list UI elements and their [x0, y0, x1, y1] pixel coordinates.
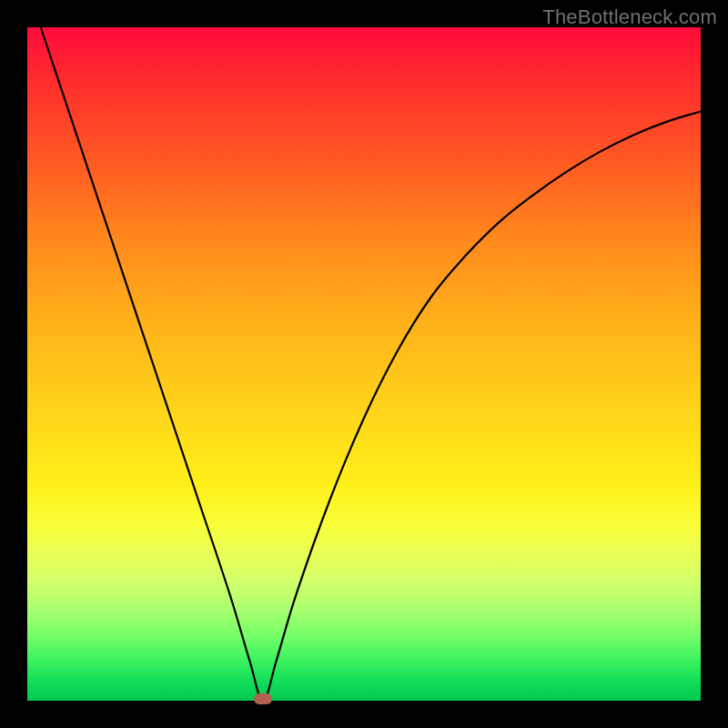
- curve-path: [41, 27, 701, 701]
- bottleneck-curve: [27, 27, 701, 701]
- chart-plot-area: [27, 27, 701, 701]
- watermark-text: TheBottleneck.com: [542, 5, 717, 29]
- minimum-point-marker: [254, 693, 272, 704]
